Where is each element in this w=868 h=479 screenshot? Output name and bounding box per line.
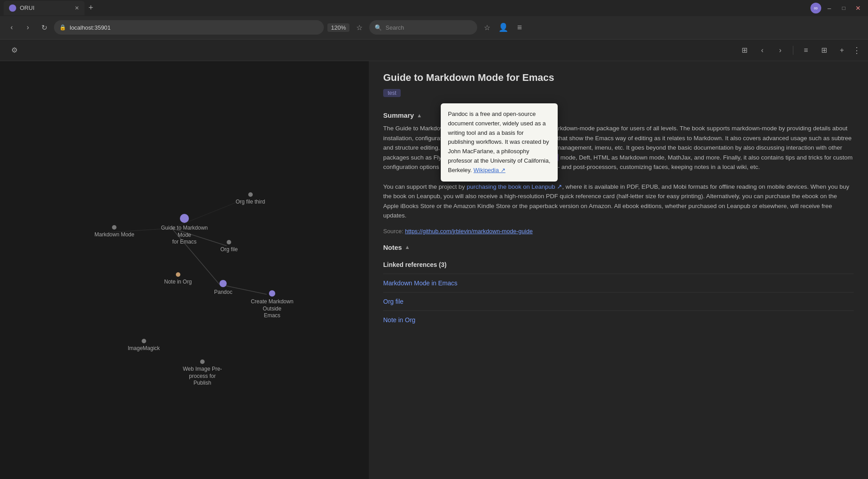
node-dot-pandoc <box>219 280 227 287</box>
graph-panel[interactable]: Guide to Markdown Modefor Emacs Pandoc C… <box>0 61 369 479</box>
node-web-image[interactable]: Web Image Pre-process forPublish <box>175 359 229 387</box>
search-placeholder: Search <box>385 24 404 31</box>
summary-chevron-icon: ▲ <box>416 112 422 119</box>
tooltip-text: Pandoc is a free and open-source documen… <box>448 111 550 173</box>
main-layout: Guide to Markdown Modefor Emacs Pandoc C… <box>0 61 868 479</box>
address-bar[interactable]: 🔒 localhost:35901 <box>54 20 324 35</box>
node-label-web-image: Web Image Pre-process forPublish <box>175 366 229 387</box>
node-pandoc[interactable]: Pandoc <box>214 280 233 296</box>
new-tab-button[interactable]: + <box>85 2 97 14</box>
forward-button[interactable]: › <box>22 21 34 34</box>
linked-ref-item-2[interactable]: Org file <box>383 292 854 310</box>
linked-ref-item-3[interactable]: Note in Org <box>383 310 854 329</box>
summary-paragraph-2: You can support the project by purchasin… <box>383 182 854 221</box>
node-label-markdown-mode: Markdown Mode <box>94 231 134 239</box>
maximize-button[interactable]: □ <box>837 2 850 14</box>
browser-chrome: ORUI ✕ + ∞ – □ ✕ ‹ › ↻ 🔒 localhost:35901… <box>0 0 868 40</box>
chevron-left-icon: ‹ <box>761 46 763 54</box>
grid-view-button[interactable]: ⊞ <box>817 43 831 58</box>
node-main[interactable]: Guide to Markdown Modefor Emacs <box>157 214 211 246</box>
node-org-file-third[interactable]: Org file third <box>236 192 265 206</box>
nav-forward-button[interactable]: › <box>773 43 787 58</box>
close-button[interactable]: ✕ <box>852 2 864 14</box>
node-note-in-org[interactable]: Note in Org <box>164 272 192 286</box>
gear-icon: ⚙ <box>11 46 18 54</box>
page-title: Guide to Markdown Mode for Emacs <box>383 72 854 84</box>
node-dot-imagemagick <box>142 339 146 343</box>
notes-section-header[interactable]: Notes ▲ <box>383 244 854 251</box>
browser-controls: ‹ › ↻ 🔒 localhost:35901 120% ☆ 🔍 Search … <box>0 16 868 39</box>
node-label-org-file-third: Org file third <box>236 199 265 206</box>
source-url-link[interactable]: https://github.com/jrblevin/markdown-mod… <box>405 228 532 235</box>
tooltip-wikipedia-link[interactable]: Wikipedia ↗ <box>474 167 506 173</box>
sidebar-toggle-button[interactable]: ⊞ <box>737 43 752 58</box>
settings-button[interactable]: ⚙ <box>7 43 22 58</box>
linked-ref-label-3: Note in Org <box>383 316 416 324</box>
plus-icon: + <box>840 46 844 54</box>
content-panel: Guide to Markdown Mode for Emacs test Su… <box>369 61 868 479</box>
window-controls: ∞ – □ ✕ <box>810 2 864 14</box>
search-icon: 🔍 <box>375 24 382 31</box>
node-label-org-file: Org file <box>220 246 238 253</box>
tag-badge[interactable]: test <box>383 89 401 97</box>
linked-ref-item-1[interactable]: Markdown Mode in Emacs <box>383 274 854 292</box>
back-button[interactable]: ‹ <box>5 21 18 34</box>
tab-favicon <box>9 4 16 12</box>
list-icon: ≡ <box>804 46 808 54</box>
notes-chevron-icon: ▲ <box>405 244 410 250</box>
linked-refs-toggle[interactable]: Linked references (3) <box>383 256 854 274</box>
node-markdown-mode[interactable]: Markdown Mode <box>94 225 134 239</box>
minimize-button[interactable]: – <box>823 2 836 14</box>
linked-references-section: Linked references (3) Markdown Mode in E… <box>383 256 854 329</box>
tab-bar: ORUI ✕ + ∞ – □ ✕ <box>0 0 868 16</box>
security-icon: 🔒 <box>59 24 66 31</box>
nav-back-button[interactable]: ‹ <box>755 43 770 58</box>
notes-heading: Notes <box>383 244 402 251</box>
reload-button[interactable]: ↻ <box>38 21 50 34</box>
add-button[interactable]: + <box>835 43 849 58</box>
linked-refs-label: Linked references (3) <box>383 261 447 268</box>
chevron-right-icon: › <box>779 46 781 54</box>
grid-icon: ⊞ <box>821 46 827 54</box>
node-dot-web-image <box>200 359 205 364</box>
node-label-pandoc: Pandoc <box>214 289 233 296</box>
search-bar[interactable]: 🔍 Search <box>369 20 477 35</box>
notes-section: Notes ▲ Linked references (3) Markdown M… <box>383 244 854 329</box>
menu-button[interactable]: ≡ <box>513 21 526 34</box>
node-label-note-in-org: Note in Org <box>164 279 192 286</box>
node-label-imagemagick: ImageMagick <box>128 345 160 352</box>
node-dot-main <box>180 214 189 223</box>
profile-icon[interactable]: ∞ <box>810 3 821 13</box>
zoom-level: 120% <box>327 23 349 32</box>
more-options-button[interactable]: ⋮ <box>853 45 861 55</box>
node-dot-note-in-org <box>176 272 180 277</box>
url-display: localhost:35901 <box>70 24 111 31</box>
bookmark-sidebar-button[interactable]: ☆ <box>481 21 493 34</box>
node-dot-markdown-mode <box>112 225 116 230</box>
list-view-button[interactable]: ≡ <box>799 43 813 58</box>
active-tab[interactable]: ORUI ✕ <box>4 1 85 15</box>
graph-canvas <box>0 61 369 479</box>
node-dot-org-file-third <box>248 192 253 197</box>
app-toolbar: ⚙ ⊞ ‹ › ≡ ⊞ + ⋮ <box>0 40 868 61</box>
sidebar-icon: ⊞ <box>742 46 747 54</box>
source-label: Source: <box>383 228 403 235</box>
node-dot-create-markdown <box>269 290 275 297</box>
bookmark-button[interactable]: ☆ <box>353 21 366 34</box>
account-button[interactable]: 👤 <box>497 21 510 34</box>
node-label-create-markdown: Create Markdown OutsideEmacs <box>245 298 299 319</box>
source-line: Source: https://github.com/jrblevin/mark… <box>383 228 854 235</box>
tab-close-button[interactable]: ✕ <box>75 5 79 11</box>
node-label-main: Guide to Markdown Modefor Emacs <box>157 225 211 246</box>
node-imagemagick[interactable]: ImageMagick <box>128 339 160 352</box>
tab-title: ORUI <box>20 4 35 11</box>
node-org-file[interactable]: Org file <box>220 240 238 253</box>
node-dot-org-file <box>227 240 231 244</box>
summary-heading: Summary <box>383 111 414 119</box>
tooltip-popup: Pandoc is a free and open-source documen… <box>441 103 558 182</box>
node-create-markdown[interactable]: Create Markdown OutsideEmacs <box>245 290 299 319</box>
toolbar-separator <box>793 46 793 55</box>
linked-ref-label-2: Org file <box>383 298 403 305</box>
linked-ref-label-1: Markdown Mode in Emacs <box>383 279 457 287</box>
leanpub-link[interactable]: purchasing the book on Leanpub ↗ <box>467 183 562 190</box>
